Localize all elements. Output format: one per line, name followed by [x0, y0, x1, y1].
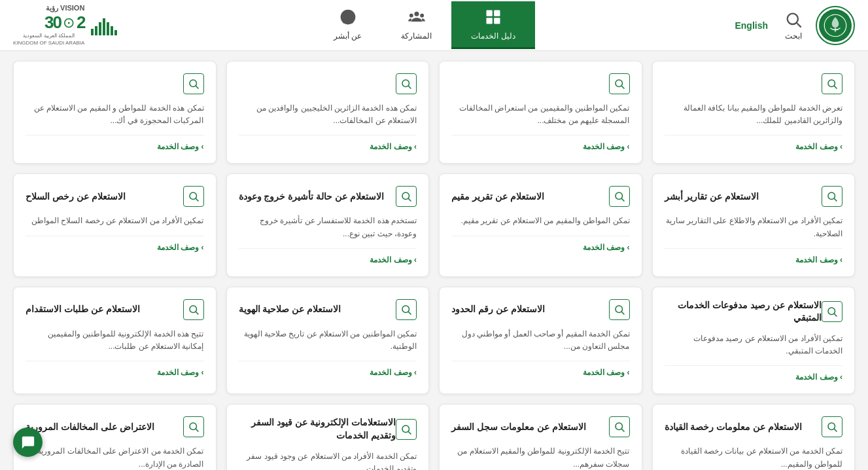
card-title: الاستعلام عن معلومات رخصة القيادة — [665, 421, 803, 434]
card-link[interactable]: وصف الخدمة — [239, 135, 417, 151]
card-link[interactable]: وصف الخدمة — [26, 236, 204, 252]
svg-point-30 — [828, 308, 835, 315]
svg-point-20 — [190, 80, 197, 87]
chat-button[interactable] — [13, 427, 43, 457]
card-recruitment: الاستعلام عن طلبات الاستقدام تتيح هذه ال… — [13, 287, 217, 395]
nav-item-participation[interactable]: المشاركة — [381, 1, 451, 49]
card-link[interactable]: وصف الخدمة — [665, 135, 843, 151]
svg-point-28 — [190, 192, 197, 200]
search-label: ابحث — [785, 31, 802, 41]
card-id-validity: الاستعلام عن صلاحية الهوية تمكين المواطن… — [226, 287, 430, 395]
card-header: الاستعلام عن تقرير مقيم — [451, 186, 630, 207]
nav-participation-label: المشاركة — [401, 31, 432, 41]
card-desc: تمكين الأفراد من الاستعلام عن رصيد مدفوع… — [665, 333, 843, 357]
card-exit-visa: الاستعلام عن حالة تأشيرة خروج وعودة تستخ… — [226, 173, 430, 276]
card-link[interactable]: وصف الخدمة — [239, 248, 417, 264]
card-link[interactable]: وصف الخدمة — [26, 361, 204, 377]
card-desc: تمكن المواطن والمقيم من الاستعلام عن تقر… — [451, 215, 630, 227]
svg-point-32 — [616, 306, 623, 313]
svg-line-19 — [408, 86, 411, 88]
card-link[interactable]: وصف الخدمة — [451, 236, 630, 252]
card-desc: تمكن هذه الخدمة الزائرين الخليجيين والوا… — [239, 102, 417, 127]
card-link[interactable]: وصف الخدمة — [239, 361, 417, 377]
card-weapons: الاستعلام عن رخص السلاح تمكين الأفراد من… — [13, 173, 217, 276]
card-desc: تمكن الخدمة الأفراد من الاستعلام عن وجود… — [239, 450, 417, 471]
card-search-icon — [396, 299, 417, 320]
card-title: الاستعلام عن معلومات سجل السفر — [451, 421, 586, 434]
card-title: الاستعلام عن طلبات الاستقدام — [26, 303, 140, 316]
svg-point-10 — [409, 14, 413, 18]
logo — [816, 6, 855, 45]
stats-bars-icon — [91, 16, 117, 35]
card-desc: تمكن الخدمة المقيم أو صاحب العمل أو مواط… — [451, 328, 630, 353]
cards-row-3: الاستعلام عن رصيد مدفوعات الخدمات المتبق… — [13, 287, 855, 395]
svg-line-39 — [834, 429, 837, 432]
svg-line-25 — [621, 199, 624, 202]
svg-point-42 — [402, 425, 409, 433]
card-title: الاستعلام عن حالة تأشيرة خروج وعودة — [239, 190, 384, 204]
card-title: الاستعلام عن تقرير مقيم — [451, 190, 544, 204]
card-header: الاستعلام عن تقارير أبشر — [665, 186, 843, 207]
card-title: الاستعلام عن رقم الحدود — [451, 303, 545, 316]
card-payment-balance: الاستعلام عن رصيد مدفوعات الخدمات المتبق… — [652, 287, 856, 395]
svg-point-14 — [828, 80, 835, 87]
card-header: الاستعلام عن طلبات الاستقدام — [26, 299, 204, 320]
search-button[interactable]: ابحث — [784, 10, 803, 41]
nav-item-services[interactable]: دليل الخدمات — [451, 1, 534, 49]
svg-point-44 — [190, 423, 197, 430]
card-desc: تمكن الخدمة من الاستعلام عن بيانات رخصة … — [665, 445, 843, 470]
card-header — [26, 73, 204, 94]
card-title: الاستعلامات الإلكترونية عن قيود السفر وت… — [239, 416, 396, 442]
card-header: الاستعلام عن معلومات سجل السفر — [451, 416, 630, 437]
card-header: الاستعلام عن رقم الحدود — [451, 299, 630, 320]
card-desc: تستخدم هذه الخدمة للاستفسار عن تأشيرة خر… — [239, 215, 417, 240]
svg-point-24 — [616, 192, 623, 200]
card-search-icon — [183, 416, 204, 437]
svg-point-22 — [828, 192, 835, 200]
svg-point-34 — [402, 306, 409, 313]
card-search-icon — [183, 186, 204, 207]
card-title: الاستعلام عن رخص السلاح — [26, 190, 126, 204]
card-header — [239, 73, 417, 94]
svg-rect-7 — [487, 18, 493, 24]
english-link[interactable]: English — [731, 17, 771, 34]
card-desc: تعرض الخدمة للمواطن والمقيم بيانا بكافة … — [665, 102, 843, 127]
card-link[interactable]: وصف الخدمة — [451, 135, 630, 151]
svg-line-21 — [196, 86, 198, 88]
svg-point-9 — [414, 12, 419, 16]
card-search-icon — [183, 299, 204, 320]
card-link[interactable]: وصف الخدمة — [665, 365, 843, 382]
svg-line-33 — [621, 312, 624, 314]
card-header: الاستعلام عن معلومات رخصة القيادة — [665, 416, 843, 437]
card-border-number: الاستعلام عن رقم الحدود تمكن الخدمة المق… — [439, 287, 642, 395]
card-title: الاعتراض على المخالفات المرورية — [26, 421, 154, 434]
card-absher-reports: الاستعلام عن تقارير أبشر تمكين الأفراد م… — [652, 173, 856, 276]
card-traffic-violations: الاعتراض على المخالفات المرورية تمكن الخ… — [13, 404, 217, 470]
card-desc: تمكن الخدمة من الاعتراض على المخالفات ال… — [26, 445, 204, 470]
svg-point-38 — [828, 423, 835, 430]
svg-line-29 — [196, 199, 198, 202]
vision-logo: VISION رؤية 2 ⊙ 30 المملكة العربية السعو… — [13, 4, 117, 46]
card-top-1: تعرض الخدمة للمواطن والمقيم بيانا بكافة … — [652, 61, 856, 164]
svg-line-41 — [621, 429, 624, 432]
card-title: الاستعلام عن تقارير أبشر — [665, 190, 759, 204]
card-search-icon — [609, 73, 630, 94]
card-link[interactable]: وصف الخدمة — [26, 135, 204, 151]
card-link[interactable]: وصف الخدمة — [665, 248, 843, 264]
svg-rect-5 — [487, 10, 493, 16]
card-link[interactable]: وصف الخدمة — [451, 361, 630, 377]
card-search-icon — [609, 186, 630, 207]
card-desc: تمكين الأفراد من الاستعلام والاطلاع على … — [665, 215, 843, 240]
card-top-4: تمكن هذه الخدمة للمواطن و المقيم من الاس… — [13, 61, 217, 164]
card-search-icon — [396, 73, 417, 94]
nav-services-label: دليل الخدمات — [471, 31, 515, 41]
card-search-icon — [822, 73, 842, 94]
card-desc: تتيح هذه الخدمة الإلكترونية للمواطنين وا… — [26, 328, 204, 353]
header: ابحث English دليل الخدمات — [0, 0, 868, 51]
card-top-3: تمكن هذه الخدمة الزائرين الخليجيين والوا… — [226, 61, 430, 164]
card-header: الاستعلام عن حالة تأشيرة خروج وعودة — [239, 186, 417, 207]
card-title: الاستعلام عن صلاحية الهوية — [239, 303, 341, 316]
nav-item-absher[interactable]: عن أبشر — [314, 1, 381, 49]
card-search-icon — [822, 186, 842, 207]
card-travel-restrictions: الاستعلامات الإلكترونية عن قيود السفر وت… — [226, 404, 430, 470]
